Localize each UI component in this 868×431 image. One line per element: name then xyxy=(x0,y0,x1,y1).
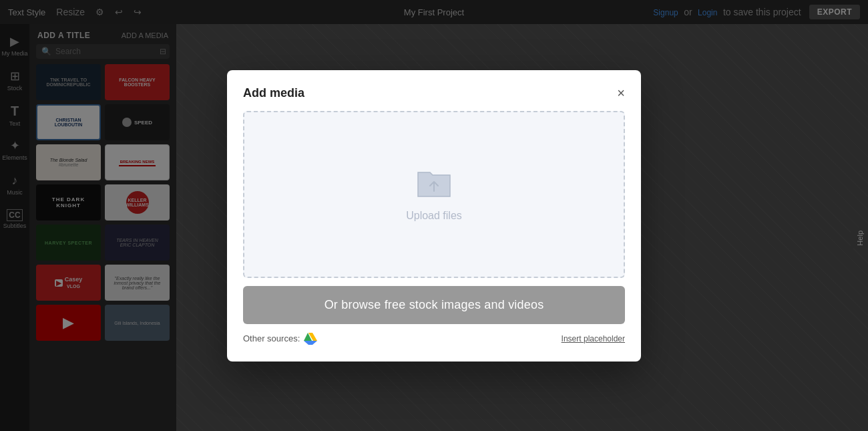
other-sources-bar: Other sources: Insert placeholder xyxy=(243,332,625,345)
modal-close-button[interactable]: × xyxy=(617,86,625,100)
other-sources-left: Other sources: xyxy=(243,332,317,345)
upload-area[interactable]: Upload files xyxy=(243,111,625,278)
upload-icon-group xyxy=(415,167,453,204)
svg-marker-2 xyxy=(304,341,317,345)
modal-title: Add media xyxy=(243,86,304,100)
modal-header: Add media × xyxy=(243,86,625,100)
add-media-modal: Add media × Upload files Or browse free … xyxy=(227,70,641,362)
other-sources-label: Other sources: xyxy=(243,333,300,343)
modal-overlay: Add media × Upload files Or browse free … xyxy=(0,0,868,431)
upload-text: Upload files xyxy=(406,210,462,222)
browse-stock-button[interactable]: Or browse free stock images and videos xyxy=(243,286,625,324)
google-drive-button[interactable] xyxy=(304,332,317,345)
insert-placeholder-button[interactable]: Insert placeholder xyxy=(562,334,625,343)
folder-icon xyxy=(415,167,453,204)
